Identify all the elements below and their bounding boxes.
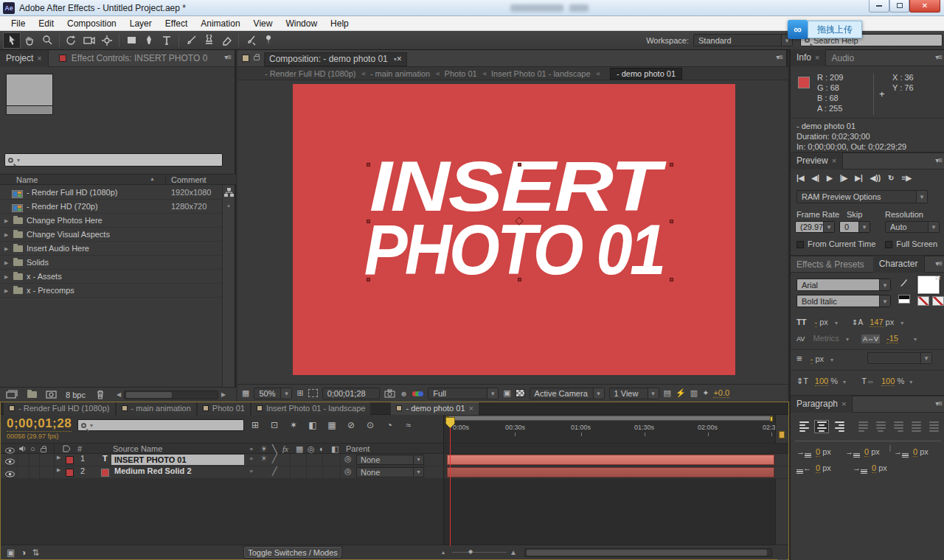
audio-column-icon[interactable] [18,445,27,454]
pickwhip-icon[interactable]: ◎ [344,454,352,463]
selection-handle[interactable] [518,278,521,281]
tab-info[interactable]: Info× [791,49,826,66]
fast-preview-icon[interactable]: ⚡ [676,388,686,398]
layer-duration-bar[interactable] [447,467,774,477]
interpret-footage-icon[interactable] [6,390,18,399]
space-after-value[interactable]: 0 [872,463,876,473]
project-search-input[interactable]: ▾ [4,153,223,167]
tab-effects-presets[interactable]: Effects & Presets [796,259,864,270]
expand-triangle-icon[interactable]: ▶ [57,467,60,473]
layer-label-swatch[interactable] [66,456,74,464]
expand-triangle-icon[interactable]: ▶ [4,214,8,228]
project-scroll-gutter[interactable]: ▲ [222,186,235,387]
breadcrumb-item[interactable]: - Render Full HD (1080p) [265,69,356,78]
selection-handle[interactable] [367,163,370,167]
next-frame-button[interactable]: |▶ [840,174,848,182]
swap-colors-icon[interactable]: ⇄ [935,274,941,281]
breadcrumb-item[interactable]: Photo 01 [445,69,477,78]
work-area-strip[interactable] [446,416,773,421]
expand-triangle-icon[interactable]: ▶ [4,284,8,298]
timeline-search-input[interactable]: ▾ [77,419,244,431]
rectangle-tool-icon[interactable] [122,32,140,49]
comp-marker-bin[interactable] [779,431,785,438]
menu-effect[interactable]: Effect [159,16,194,31]
expand-triangle-icon[interactable]: ▶ [57,455,60,461]
audio-button[interactable]: ◀)) [870,174,881,182]
eyedropper-icon[interactable] [898,279,908,289]
transparency-grid-icon[interactable] [516,389,525,397]
expand-triangle-icon[interactable]: ▶ [4,270,8,284]
vertical-scale-value[interactable]: 100 [815,377,828,386]
number-column-icon[interactable]: # [77,444,82,453]
close-icon[interactable]: × [815,53,819,62]
skip-select[interactable]: 0 ▾ [839,221,870,233]
sort-asc-icon[interactable]: ▲ [150,176,155,181]
leading-value[interactable]: 147 [870,318,883,327]
project-row-folder[interactable]: ▶ Insert Audio Here [0,242,223,256]
label-column-icon[interactable] [63,445,71,454]
tab-effect-controls[interactable]: Effect Controls: INSERT PHOTO 0 [72,53,208,63]
camera-select[interactable]: Active Camera ▾ [530,388,605,399]
project-row-folder[interactable]: ▶ Change Visual Aspects [0,228,223,242]
first-frame-button[interactable]: |◀ [796,174,805,182]
font-family-select[interactable]: Arial ▾ [796,279,891,291]
column-comment[interactable]: Comment [171,175,206,184]
menu-animation[interactable]: Animation [194,16,246,31]
effects-switch-icon[interactable]: ╱ [272,454,277,463]
timeline-tab[interactable]: Insert Photo 01 - landscape [251,402,371,415]
clone-stamp-tool-icon[interactable] [200,32,218,49]
minimize-button[interactable] [869,0,889,13]
collapse-switch-icon[interactable]: ∘ [249,466,254,476]
toggle-switches-modes-button[interactable]: Toggle Switches / Modes [244,547,341,558]
stroke-style-select[interactable]: ▾ [867,352,932,364]
chevron-down-icon[interactable]: ▾ [914,336,917,343]
first-line-indent-value[interactable]: 0 [864,447,869,457]
no-color-swatch[interactable] [932,296,944,306]
expand-inout-icon[interactable]: ⇅ [32,547,40,558]
close-icon[interactable]: × [832,156,836,165]
eye-icon[interactable] [5,456,15,465]
chevron-down-icon[interactable]: ▾ [846,336,849,343]
panel-menu-icon[interactable]: ▾≡ [776,53,782,61]
space-before-value[interactable]: 0 [816,463,820,473]
scrollbar-thumb[interactable] [126,392,172,398]
tracking-value[interactable]: -15 [886,334,898,343]
stroke-color-swatch[interactable] [917,296,929,306]
kerning-value[interactable]: Metrics [813,334,839,343]
panel-menu-icon[interactable]: ▾≡ [935,259,942,267]
frame-rate-select[interactable]: (29.97) ▾ [795,221,835,233]
rotation-tool-icon[interactable] [63,32,80,49]
loop-button[interactable]: ↻ [888,174,894,182]
justify-last-right-button[interactable] [891,420,906,433]
grid-options-icon[interactable]: ▦ [242,388,249,398]
eye-icon[interactable] [5,469,15,477]
parent-select[interactable]: None ▾ [356,455,424,465]
new-composition-icon[interactable] [46,391,57,399]
canvas-text[interactable]: INSERT PHOTO 01 [293,155,735,281]
pickwhip-icon[interactable]: ◎ [344,466,352,476]
collapse-switch-icon[interactable]: ∘ [249,454,254,463]
zoom-in-mountain-icon[interactable]: ▲ [510,548,517,556]
eraser-tool-icon[interactable] [218,32,235,49]
snapshot-icon[interactable] [384,389,395,398]
project-row-folder[interactable]: ▶ x - Precomps [0,284,223,298]
composition-canvas[interactable]: INSERT PHOTO 01 [293,84,735,375]
selection-handle[interactable] [367,278,370,281]
timeline-tab[interactable]: - Render Full HD (1080p) [4,402,115,415]
scrollbar-thumb[interactable] [527,550,767,556]
expand-layer-switches-icon[interactable]: ▣ [7,547,15,558]
resolution-select[interactable]: Full ▾ [428,388,499,399]
solo-column-icon[interactable]: ○ [30,444,35,453]
selection-handle[interactable] [518,163,521,167]
prev-frame-button[interactable]: ◀| [812,174,820,182]
viewer-canvas-area[interactable]: INSERT PHOTO 01 [237,80,788,384]
chevron-down-icon[interactable]: ▾ [830,357,833,363]
font-size-value[interactable]: - [815,318,818,327]
comp-mini-flowchart-icon[interactable]: ⊞ [249,419,262,432]
tab-character[interactable]: Character [873,256,925,273]
project-row-folder[interactable]: ▶ Change Photos Here [0,214,223,228]
project-row-comp[interactable]: - Render Full HD (1080p) 1920x1080 [0,186,223,200]
view-layout-select[interactable]: 1 View ▾ [609,388,659,399]
selection-handle[interactable] [367,220,370,223]
align-center-button[interactable] [814,420,829,433]
